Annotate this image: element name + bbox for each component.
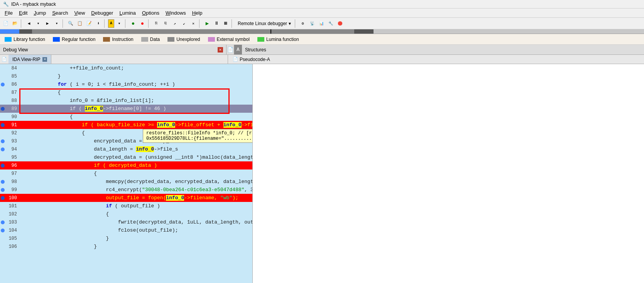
asm-btn1[interactable]: ⎘ [152,19,161,28]
num-98: 98 [5,179,20,185]
menu-edit[interactable]: Edit [16,9,30,17]
debug-red-circle[interactable]: ● [138,19,147,28]
debug-green[interactable]: ● [129,19,137,28]
nav-seg-data1 [19,29,32,34]
legend-regular-color [53,37,60,42]
num-102: 102 [5,212,20,217]
back-button[interactable]: ◀ [25,19,33,28]
forward-dropdown[interactable]: ▾ [52,19,61,28]
open-button[interactable]: 📂 [11,19,19,28]
pseudocode-content [259,66,638,82]
legend-external-color [208,37,215,42]
nav-seg-rest [374,29,644,34]
toolbar-sep-5 [148,19,150,28]
code-104: fclose(output_file); [20,227,252,233]
dot-99 [0,186,5,194]
menu-search[interactable]: Search [49,9,71,17]
toolbar-sep-4 [125,19,127,28]
menu-jump[interactable]: Jump [30,9,49,17]
dot-100 [0,194,5,202]
legend-data: Data [141,37,160,42]
num-92: 92 [5,130,20,136]
code-99: rc4_encrypt("30048-0bea264-c01c6ea3-e504… [20,187,253,193]
remote-debugger-dropdown[interactable]: ▾ [289,21,291,26]
asm-btn4[interactable]: ↙ [180,19,188,28]
tab-ida-view-close[interactable]: ✕ [42,57,47,62]
debug-extra1[interactable]: ⚙ [299,19,307,28]
app-icon: 🔧 [3,2,9,7]
num-88: 88 [5,98,20,103]
num-84: 84 [5,66,20,71]
asm-btn2[interactable]: ⎗ [161,19,170,28]
code-line-104: 104 fclose(output_file); [0,226,252,234]
stop-button[interactable]: ⏹ [221,19,230,28]
nav1-button[interactable]: 🔍 [66,19,75,28]
menu-view[interactable]: View [71,9,88,17]
debug-extra4[interactable]: 🔧 [326,19,335,28]
toolbar-sep-8 [295,19,297,28]
menu-help[interactable]: Help [189,9,206,17]
forward-button[interactable]: ▶ [43,19,52,28]
code-line-88: 88 info_0 = &file_info_list[i]; [0,97,252,105]
menu-windows[interactable]: Windows [162,9,189,17]
code-98: memcpy(decrypted_data, encrypted_data, d… [20,179,253,185]
num-103: 103 [5,220,20,225]
sub-tab-area: 📄 IDA View-RIP ✕ 📄 Pseudocode-A [0,55,644,64]
code-96: if ( decrypted_data ) [20,163,252,168]
menu-debugger[interactable]: Debugger [88,9,116,17]
legend-instruction: Instruction [103,37,133,42]
code-panel[interactable]: restore_files::FileInfo *info_0; // [rsp… [0,64,253,283]
highlight-dropdown[interactable]: ▾ [115,19,123,28]
tab-letter-a[interactable]: A [234,45,242,54]
new-button[interactable]: 📄 [2,19,10,28]
back-dropdown[interactable]: ▾ [34,19,42,28]
tab-ida-view-label: IDA View-RIP [12,57,40,62]
nav3-button[interactable]: 📝 [85,19,93,28]
nav4-button[interactable]: ⬇ [94,19,103,28]
pseudo-panel [253,64,644,283]
highlight-button[interactable]: A [108,19,114,28]
code-105: } [20,236,252,241]
code-101: if ( output_file ) [20,203,252,209]
toolbar-sep-2 [63,19,65,28]
legend-unexplored-label: Unexplored [176,37,200,42]
code-line-97: 97 { [0,169,252,178]
legend-data-label: Data [150,37,160,42]
asm-btn3[interactable]: ↗ [171,19,179,28]
code-91: if ( backup_file_size >= info_0->file_of… [20,122,253,128]
code-90: { [20,114,252,120]
title-bar: 🔧 IDA - myback myback [0,0,644,8]
num-105: 105 [5,236,20,241]
dot-101 [0,202,5,210]
pause-button[interactable]: ⏸ [212,19,221,28]
sub-tab-icon-right[interactable]: 📄 [231,57,240,62]
tab-structures[interactable]: Structures [242,45,644,54]
tab-ida-view[interactable]: IDA View-RIP ✕ [8,55,51,64]
dot-84 [0,64,5,72]
code-103: fwrite(decrypted_data, 1uLL, data_length… [20,219,253,225]
tab-debug-view-label: Debug View [3,47,28,53]
menu-options[interactable]: Options [139,9,162,17]
menu-lumina[interactable]: Lumina [116,9,139,17]
asm-btn5[interactable]: ✕ [189,19,198,28]
code-line-99: 99 rc4_encrypt("30048-0bea264-c01c6ea3-e… [0,186,252,194]
menu-file[interactable]: File [2,9,16,17]
code-line-96: 96 if ( decrypted_data ) [0,161,252,169]
tab-debug-view[interactable]: Debug View ✕ [0,45,226,54]
debug-extra3[interactable]: 📊 [317,19,326,28]
nav2-button[interactable]: 📋 [76,19,84,28]
code-84: ++file_info_count; [20,65,252,71]
legend-external: External symbol [208,37,250,42]
tab-debug-view-close[interactable]: ✕ [218,47,223,53]
dot-97 [0,169,5,178]
dot-86 [0,80,5,88]
debug-extra2[interactable]: 📡 [308,19,316,28]
dot-90 [0,113,5,121]
tab-doc-icon-left[interactable]: 📄 [226,45,234,54]
sub-tab-icon-left[interactable]: 📄 [0,57,8,62]
run-button[interactable]: ▶ [203,19,211,28]
dot-87 [0,88,5,97]
debug-extra5[interactable]: 🛑 [336,19,344,28]
legend-regular: Regular function [53,37,95,42]
sub-tab-left-area: 📄 IDA View-RIP ✕ [0,55,228,64]
